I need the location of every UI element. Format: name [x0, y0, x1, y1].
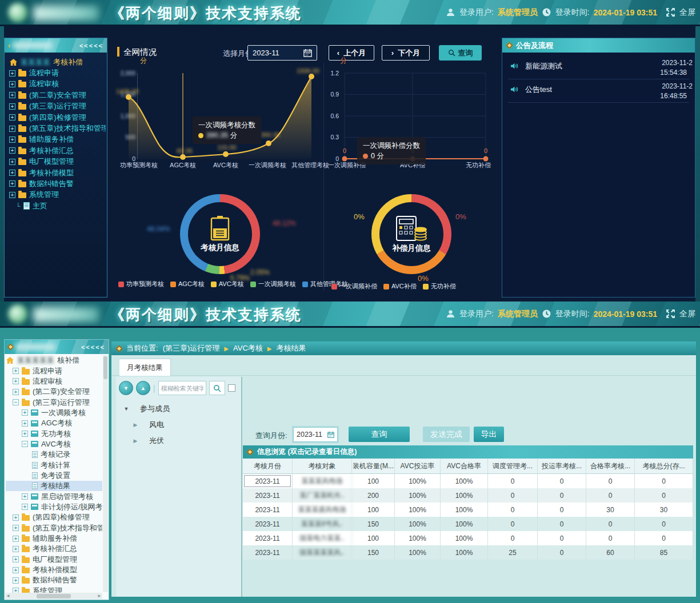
announcement-item-title[interactable]: 公告test — [525, 85, 552, 95]
expand-icon[interactable]: + — [13, 546, 19, 552]
collapse-all-button[interactable]: ▲ — [136, 381, 150, 395]
expand-icon[interactable]: + — [22, 431, 28, 437]
expand-icon[interactable]: + — [9, 159, 15, 165]
column-header[interactable]: AVC投运率 — [395, 459, 441, 474]
sidebar-item[interactable]: 免考设置 — [6, 471, 102, 481]
sidebar-item[interactable]: +数据纠错告警 — [9, 178, 106, 189]
column-header[interactable]: 考核总分(存... — [635, 459, 693, 474]
expand-icon[interactable]: + — [9, 136, 15, 143]
sidebar-item[interactable]: +(第四章)检修管理 — [9, 112, 106, 123]
sidebar-item[interactable]: +流程申请 — [6, 365, 102, 376]
collapse-chevron-icon[interactable]: ‹ — [8, 42, 10, 50]
expand-icon[interactable]: + — [9, 70, 15, 77]
expand-icon[interactable]: + — [9, 114, 15, 120]
triangle-right-icon[interactable]: ▶ — [132, 422, 139, 428]
sidebar-item[interactable]: +无功考核 — [6, 428, 102, 439]
fullscreen-label[interactable]: 全屏 — [679, 309, 695, 319]
calendar-icon[interactable] — [327, 431, 334, 439]
legend-label[interactable]: 无功补偿 — [431, 282, 456, 291]
scrollbar-thumb[interactable] — [103, 356, 107, 379]
sidebar-item[interactable]: +AGC考核 — [6, 418, 102, 428]
sidebar-item[interactable]: +考核补偿模型 — [6, 565, 102, 575]
expand-icon[interactable]: + — [9, 170, 15, 176]
sidebar-item[interactable]: +非计划停运/脱网考核 — [6, 502, 102, 512]
sidebar-item[interactable]: +(第四章)检修管理 — [6, 512, 102, 522]
expand-icon[interactable]: + — [22, 504, 28, 510]
send-complete-button[interactable]: 发送完成 — [423, 427, 470, 442]
sidebar-item[interactable]: +考核补偿模型 — [9, 167, 106, 178]
query-month-picker[interactable] — [293, 427, 338, 442]
expand-icon[interactable]: + — [9, 103, 15, 110]
sidebar-item-expanded[interactable]: −(第三章)运行管理 — [6, 397, 102, 407]
member-tree-item[interactable]: ▶光伏 — [116, 433, 241, 449]
expand-icon[interactable]: + — [13, 514, 19, 521]
sidebar-item-selected[interactable]: 考核结果 — [6, 481, 102, 491]
sidebar-item[interactable]: +辅助服务补偿 — [9, 134, 106, 145]
scroll-right-arrow[interactable]: ► — [97, 593, 102, 598]
legend-label[interactable]: 功率预测考核 — [126, 280, 164, 288]
fullscreen-label[interactable]: 全屏 — [679, 7, 695, 18]
month-input[interactable] — [253, 49, 300, 57]
sidebar-item[interactable]: +电厂模型管理 — [9, 156, 106, 167]
member-tree-root[interactable]: ▼参与成员 — [116, 401, 241, 417]
sidebar-item[interactable]: +(第二章)安全管理 — [9, 90, 106, 100]
column-header[interactable]: 投运率考核... — [538, 459, 586, 474]
select-checkbox[interactable] — [228, 384, 235, 392]
breadcrumb-item[interactable]: 考核结果 — [276, 343, 306, 353]
legend-label[interactable]: AVC考核 — [219, 280, 244, 288]
expand-all-button[interactable]: ▼ — [119, 381, 133, 395]
sidebar-item[interactable]: 考核计算 — [6, 460, 102, 470]
fullscreen-icon[interactable] — [666, 7, 675, 17]
sidebar-item[interactable]: +系统管理 — [9, 190, 106, 200]
expand-icon[interactable]: + — [13, 588, 19, 593]
announcement-item-title[interactable]: 新能源测试 — [525, 61, 562, 71]
tree-root[interactable]: 某某某某 考核补偿 — [9, 57, 106, 67]
table-row[interactable]: 2023-11 国某电力某某.. 100 100% 100% 0 0 0 0 — [243, 531, 693, 545]
sidebar-item-home[interactable]: └ 主页 — [9, 200, 106, 211]
sidebar-item[interactable]: +电厂模型管理 — [6, 554, 102, 565]
expand-icon[interactable]: + — [9, 126, 15, 132]
table-row[interactable]: 2023-11 某某某风电场 100 100% 100% 0 0 0 0 — [243, 474, 693, 488]
prev-month-button[interactable]: ‹上个月 — [329, 45, 374, 61]
tab-month-results[interactable]: 月考核结果 — [119, 359, 170, 376]
sidebar-item[interactable]: +(第五章)技术指导和管理 — [9, 123, 106, 134]
expand-icon[interactable]: + — [22, 493, 28, 500]
horizontal-scrollbar[interactable]: ◄► — [5, 593, 102, 599]
sidebar-item[interactable]: +(第五章)技术指导和管理 — [6, 523, 102, 533]
sidebar-item[interactable]: +流程审核 — [6, 376, 102, 387]
announcement-item[interactable]: 公告test 2023-11-2 16:48:55 — [508, 79, 689, 103]
legend-label[interactable]: AVC补偿 — [391, 282, 417, 291]
table-row[interactable]: 2023-11 某厂某某机光.. 200 100% 100% 0 0 0 0 — [243, 488, 693, 502]
month-picker[interactable] — [247, 45, 317, 61]
tree-root[interactable]: 某某某某某 核补偿 — [6, 355, 102, 365]
sidebar-item[interactable]: +考核补偿汇总 — [9, 145, 106, 156]
collapse-arrows[interactable]: <<<<< — [81, 344, 105, 351]
query-button[interactable]: 查询 — [439, 45, 482, 61]
column-header[interactable]: 合格率考核... — [586, 459, 635, 474]
sidebar-item[interactable]: 考核记录 — [6, 449, 102, 460]
sidebar-item[interactable]: +辅助服务补偿 — [6, 533, 102, 544]
search-button[interactable] — [209, 381, 225, 395]
collapse-arrows[interactable]: <<<<< — [79, 42, 103, 49]
breadcrumb-item[interactable]: (第三章)运行管理 — [163, 343, 220, 353]
sidebar-item-expanded[interactable]: −AVC考核 — [6, 439, 102, 449]
expand-icon[interactable]: + — [9, 147, 15, 154]
expand-icon[interactable]: + — [22, 420, 28, 427]
expand-icon[interactable]: + — [13, 556, 19, 562]
query-button[interactable]: 查询 — [349, 427, 410, 442]
collapse-icon[interactable]: − — [13, 399, 19, 405]
table-row[interactable]: 2023-11 国某某某某风.. 150 100% 100% 25 0 60 8… — [243, 545, 693, 560]
expand-icon[interactable]: + — [9, 180, 15, 187]
table-row[interactable]: 2023-11 某某某8号风.. 150 100% 100% 0 0 0 0 — [243, 517, 693, 531]
sidebar-item[interactable]: +黑启动管理考核 — [6, 491, 102, 501]
scrollbar-thumb[interactable] — [37, 594, 71, 598]
expand-icon[interactable]: + — [13, 567, 19, 573]
column-header[interactable]: 调度管理考... — [488, 459, 538, 474]
sidebar-item[interactable]: +流程审核 — [9, 79, 106, 90]
expand-icon[interactable]: + — [13, 378, 19, 384]
breadcrumb-item[interactable]: AVC考核 — [233, 343, 263, 353]
triangle-down-icon[interactable]: ▼ — [123, 406, 130, 412]
legend-label[interactable]: 一次调频补偿 — [339, 282, 377, 291]
sidebar-item[interactable]: +系统管理 — [6, 586, 102, 593]
scroll-left-arrow[interactable]: ◄ — [6, 593, 10, 598]
